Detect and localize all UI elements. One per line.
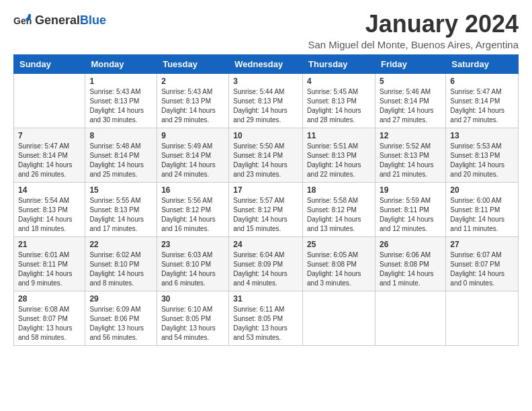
weekday-header-row: SundayMondayTuesdayWednesdayThursdayFrid… [14, 54, 519, 73]
day-number: 10 [233, 131, 298, 140]
calendar-cell: 20Sunrise: 6:00 AM Sunset: 8:11 PM Dayli… [446, 182, 519, 236]
day-number: 21 [18, 240, 81, 249]
day-number: 26 [380, 240, 441, 249]
day-info: Sunrise: 5:45 AM Sunset: 8:13 PM Dayligh… [307, 87, 371, 125]
day-info: Sunrise: 5:51 AM Sunset: 8:13 PM Dayligh… [307, 142, 371, 179]
day-info: Sunrise: 6:03 AM Sunset: 8:10 PM Dayligh… [161, 250, 224, 288]
day-info: Sunrise: 5:47 AM Sunset: 8:14 PM Dayligh… [18, 142, 81, 179]
weekday-header-friday: Friday [375, 54, 445, 73]
calendar-cell: 16Sunrise: 5:56 AM Sunset: 8:12 PM Dayli… [157, 182, 229, 236]
day-info: Sunrise: 6:09 AM Sunset: 8:06 PM Dayligh… [89, 305, 152, 342]
weekday-header-tuesday: Tuesday [157, 54, 229, 73]
calendar-cell: 4Sunrise: 5:45 AM Sunset: 8:13 PM Daylig… [303, 73, 375, 128]
calendar-cell [303, 291, 375, 345]
day-info: Sunrise: 5:44 AM Sunset: 8:13 PM Dayligh… [233, 87, 298, 125]
day-info: Sunrise: 6:02 AM Sunset: 8:10 PM Dayligh… [89, 250, 152, 288]
day-number: 16 [161, 185, 224, 195]
logo-blue: Blue [80, 13, 106, 28]
day-info: Sunrise: 5:54 AM Sunset: 8:13 PM Dayligh… [18, 196, 81, 234]
day-number: 12 [380, 131, 441, 140]
day-number: 1 [89, 77, 152, 86]
day-number: 18 [307, 185, 371, 195]
logo: General GeneralBlue [13, 11, 106, 30]
day-number: 20 [450, 185, 514, 195]
day-number: 19 [380, 185, 441, 195]
day-number: 29 [89, 294, 152, 304]
day-info: Sunrise: 6:08 AM Sunset: 8:07 PM Dayligh… [18, 305, 81, 342]
title-area: January 2024 San Miguel del Monte, Bueno… [308, 11, 519, 50]
location-subtitle: San Miguel del Monte, Buenos Aires, Arge… [308, 39, 519, 50]
logo-icon: General [13, 11, 32, 30]
day-number: 11 [307, 131, 371, 140]
day-info: Sunrise: 6:04 AM Sunset: 8:09 PM Dayligh… [233, 250, 298, 288]
day-number: 2 [161, 77, 224, 86]
calendar-cell: 2Sunrise: 5:43 AM Sunset: 8:13 PM Daylig… [157, 73, 229, 128]
day-info: Sunrise: 5:43 AM Sunset: 8:13 PM Dayligh… [89, 87, 152, 125]
day-number: 24 [233, 240, 298, 249]
day-number: 28 [18, 294, 81, 304]
calendar-cell: 19Sunrise: 5:59 AM Sunset: 8:11 PM Dayli… [375, 182, 445, 236]
calendar-week-1: 1Sunrise: 5:43 AM Sunset: 8:13 PM Daylig… [14, 73, 519, 128]
calendar-cell: 9Sunrise: 5:49 AM Sunset: 8:14 PM Daylig… [157, 128, 229, 182]
day-info: Sunrise: 6:11 AM Sunset: 8:05 PM Dayligh… [233, 305, 298, 342]
calendar-cell: 21Sunrise: 6:01 AM Sunset: 8:11 PM Dayli… [14, 236, 85, 291]
day-info: Sunrise: 5:46 AM Sunset: 8:14 PM Dayligh… [380, 87, 441, 125]
day-number: 15 [89, 185, 152, 195]
page-header: General GeneralBlue January 2024 San Mig… [13, 11, 519, 50]
day-number: 3 [233, 77, 298, 86]
calendar-cell: 14Sunrise: 5:54 AM Sunset: 8:13 PM Dayli… [14, 182, 85, 236]
calendar-week-5: 28Sunrise: 6:08 AM Sunset: 8:07 PM Dayli… [14, 291, 519, 345]
calendar-cell: 15Sunrise: 5:55 AM Sunset: 8:13 PM Dayli… [85, 182, 157, 236]
logo-general: General [35, 13, 80, 28]
calendar-cell: 31Sunrise: 6:11 AM Sunset: 8:05 PM Dayli… [229, 291, 303, 345]
day-number: 6 [450, 77, 514, 86]
day-number: 23 [161, 240, 224, 249]
day-number: 17 [233, 185, 298, 195]
weekday-header-sunday: Sunday [14, 54, 85, 73]
day-number: 5 [380, 77, 441, 86]
calendar-cell: 30Sunrise: 6:10 AM Sunset: 8:05 PM Dayli… [157, 291, 229, 345]
calendar-cell: 12Sunrise: 5:52 AM Sunset: 8:13 PM Dayli… [375, 128, 445, 182]
day-info: Sunrise: 5:58 AM Sunset: 8:12 PM Dayligh… [307, 196, 371, 234]
day-info: Sunrise: 6:05 AM Sunset: 8:08 PM Dayligh… [307, 250, 371, 288]
day-info: Sunrise: 5:43 AM Sunset: 8:13 PM Dayligh… [161, 87, 224, 125]
day-info: Sunrise: 6:07 AM Sunset: 8:07 PM Dayligh… [450, 250, 514, 288]
day-info: Sunrise: 6:06 AM Sunset: 8:08 PM Dayligh… [380, 250, 441, 288]
calendar-cell: 10Sunrise: 5:50 AM Sunset: 8:14 PM Dayli… [229, 128, 303, 182]
calendar-cell: 26Sunrise: 6:06 AM Sunset: 8:08 PM Dayli… [375, 236, 445, 291]
calendar-cell: 24Sunrise: 6:04 AM Sunset: 8:09 PM Dayli… [229, 236, 303, 291]
weekday-header-saturday: Saturday [446, 54, 519, 73]
day-number: 22 [89, 240, 152, 249]
calendar-week-4: 21Sunrise: 6:01 AM Sunset: 8:11 PM Dayli… [14, 236, 519, 291]
day-info: Sunrise: 5:47 AM Sunset: 8:14 PM Dayligh… [450, 87, 514, 125]
calendar-cell: 29Sunrise: 6:09 AM Sunset: 8:06 PM Dayli… [85, 291, 157, 345]
weekday-header-wednesday: Wednesday [229, 54, 303, 73]
day-info: Sunrise: 5:50 AM Sunset: 8:14 PM Dayligh… [233, 142, 298, 179]
weekday-header-monday: Monday [85, 54, 157, 73]
day-number: 8 [89, 131, 152, 140]
calendar-cell: 6Sunrise: 5:47 AM Sunset: 8:14 PM Daylig… [446, 73, 519, 128]
calendar-cell: 3Sunrise: 5:44 AM Sunset: 8:13 PM Daylig… [229, 73, 303, 128]
day-info: Sunrise: 5:56 AM Sunset: 8:12 PM Dayligh… [161, 196, 224, 234]
day-number: 14 [18, 185, 81, 195]
day-number: 30 [161, 294, 224, 304]
day-info: Sunrise: 6:00 AM Sunset: 8:11 PM Dayligh… [450, 196, 514, 234]
day-number: 25 [307, 240, 371, 249]
calendar-cell: 22Sunrise: 6:02 AM Sunset: 8:10 PM Dayli… [85, 236, 157, 291]
day-number: 4 [307, 77, 371, 86]
day-info: Sunrise: 5:57 AM Sunset: 8:12 PM Dayligh… [233, 196, 298, 234]
calendar-cell: 11Sunrise: 5:51 AM Sunset: 8:13 PM Dayli… [303, 128, 375, 182]
weekday-header-thursday: Thursday [303, 54, 375, 73]
calendar-week-2: 7Sunrise: 5:47 AM Sunset: 8:14 PM Daylig… [14, 128, 519, 182]
day-info: Sunrise: 5:48 AM Sunset: 8:14 PM Dayligh… [89, 142, 152, 179]
day-info: Sunrise: 5:49 AM Sunset: 8:14 PM Dayligh… [161, 142, 224, 179]
calendar-table: SundayMondayTuesdayWednesdayThursdayFrid… [13, 54, 519, 346]
calendar-cell: 28Sunrise: 6:08 AM Sunset: 8:07 PM Dayli… [14, 291, 85, 345]
calendar-cell [446, 291, 519, 345]
day-number: 27 [450, 240, 514, 249]
calendar-cell: 7Sunrise: 5:47 AM Sunset: 8:14 PM Daylig… [14, 128, 85, 182]
day-info: Sunrise: 5:55 AM Sunset: 8:13 PM Dayligh… [89, 196, 152, 234]
month-title: January 2024 [308, 11, 519, 38]
day-info: Sunrise: 5:52 AM Sunset: 8:13 PM Dayligh… [380, 142, 441, 179]
day-number: 9 [161, 131, 224, 140]
